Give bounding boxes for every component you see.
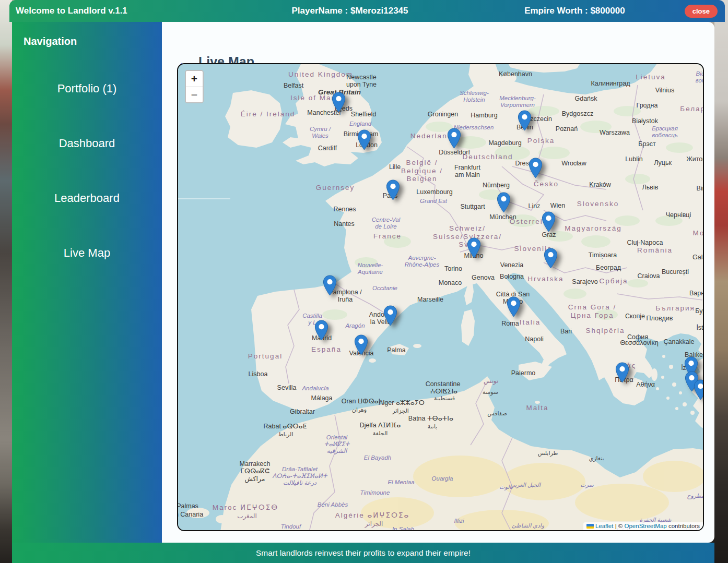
footer-message: Smart landlords reinvest their profits t… [256, 548, 471, 558]
map-zoom-control: + − [185, 70, 204, 103]
map-marker-dusseldorf[interactable] [447, 128, 461, 149]
attribution-copyright: © [618, 523, 623, 529]
attribution-contributors: contributors [668, 523, 700, 529]
app-title: Welcome to Landlord v.1.1 [9, 6, 235, 16]
map-marker-patra[interactable] [615, 362, 629, 383]
navigation-sidebar: Navigation Portfolio (1) Dashboard Leade… [12, 22, 162, 543]
map-marker-barcelona[interactable] [383, 305, 397, 326]
ukraine-flag-icon [586, 524, 594, 529]
sidebar-item-portfolio[interactable]: Portfolio (1) [12, 82, 162, 95]
attribution-separator: | [615, 523, 617, 529]
map-tiles [178, 64, 703, 530]
zoom-in-button[interactable]: + [186, 71, 203, 87]
map-marker-milano[interactable] [467, 237, 481, 258]
map-marker-roma[interactable] [507, 296, 521, 317]
player-name: PlayerName : $Merozi12345 [235, 6, 465, 16]
zoom-out-button[interactable]: − [186, 87, 203, 102]
leaflet-link[interactable]: Leaflet [595, 523, 614, 529]
background-photo-right [714, 0, 728, 563]
main-content: ← Live Map [162, 22, 714, 543]
map-marker-madrid[interactable] [314, 320, 328, 341]
close-button[interactable]: close [685, 5, 718, 18]
map-marker-zagreb[interactable] [544, 248, 558, 269]
sidebar-heading: Navigation [12, 22, 162, 47]
map-marker-aegean-south[interactable] [694, 379, 704, 400]
map-marker-leeds[interactable] [332, 92, 346, 113]
footer-bar: Smart landlords reinvest their profits t… [12, 543, 714, 563]
map-marker-dresden[interactable] [529, 158, 543, 178]
map-marker-london[interactable] [357, 129, 371, 150]
map-attribution: Leaflet | © OpenStreetMap contributors [583, 522, 703, 530]
sidebar-item-dashboard[interactable]: Dashboard [12, 137, 162, 150]
app-header: Welcome to Landlord v.1.1 PlayerName : $… [9, 0, 725, 22]
osm-link[interactable]: OpenStreetMap [625, 523, 667, 529]
sidebar-item-live-map[interactable]: Live Map [12, 246, 162, 260]
map-marker-paris[interactable] [386, 179, 400, 200]
empire-worth: Empire Worth : $800000 [465, 6, 685, 16]
sidebar-item-leaderboard[interactable]: Leaderboard [12, 191, 162, 205]
map-marker-berlin[interactable] [518, 110, 532, 131]
map-marker-graz[interactable] [542, 211, 556, 232]
background-photo-left [0, 0, 12, 563]
map-canvas[interactable]: United KingdomNewcastle upon TyneBelfast… [178, 64, 703, 530]
map-marker-pamplona[interactable] [323, 275, 337, 296]
map-marker-munchen[interactable] [497, 192, 511, 213]
live-map[interactable]: United KingdomNewcastle upon TyneBelfast… [177, 63, 704, 531]
map-marker-valencia[interactable] [354, 334, 368, 355]
